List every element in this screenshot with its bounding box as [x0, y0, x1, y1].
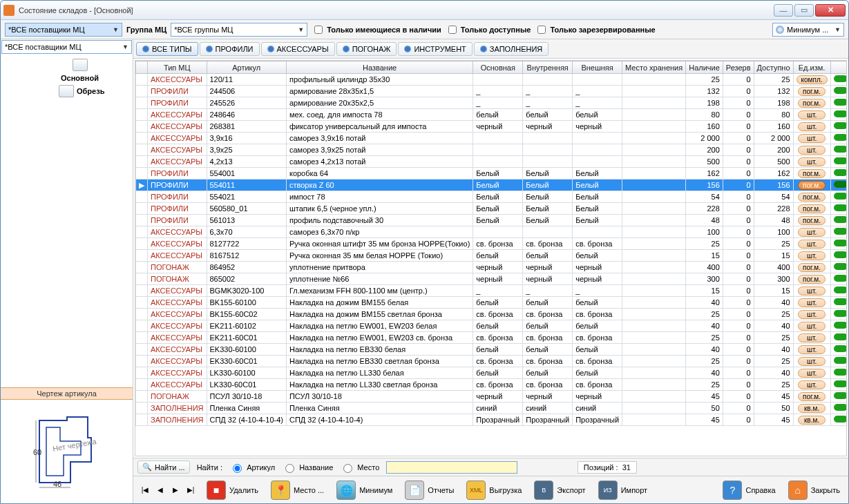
- status-dot-icon: [834, 298, 847, 305]
- supplier-combo-2[interactable]: *ВСЕ поставщики МЦ▼: [1, 40, 132, 54]
- grid-wrap[interactable]: Тип МЦАртикулНазваниеОсновнаяВнутренняяВ…: [135, 60, 847, 456]
- table-row[interactable]: ПРОФИЛИ561013профиль подставочный 30Белы…: [136, 215, 848, 226]
- table-row[interactable]: АКСЕССУАРЫ268381фиксатор универсальный д…: [136, 121, 848, 133]
- table-row[interactable]: ПРОФИЛИ554001коробка 64БелыйБелыйБелый16…: [136, 168, 848, 180]
- table-row[interactable]: АКСЕССУАРЫBK155-60C02Накладка на дожим B…: [136, 309, 848, 320]
- tab-dot-icon: [343, 46, 350, 52]
- status-dot-icon: [834, 392, 847, 399]
- place-icon: 📍: [271, 481, 290, 500]
- table-row[interactable]: АКСЕССУАРЫBK155-60100Накладка на дожим B…: [136, 297, 848, 309]
- col-10[interactable]: Доступно: [754, 61, 793, 74]
- help-button[interactable]: ?Справка: [720, 479, 778, 501]
- search-input[interactable]: [386, 461, 517, 474]
- close-window-button[interactable]: ✕: [815, 4, 846, 17]
- minimize-button[interactable]: —: [774, 4, 793, 17]
- tree-item-main[interactable]: Основной: [28, 57, 131, 84]
- table-row[interactable]: ПРОФИЛИ560580_01штапик 6,5 (черное упл.)…: [136, 203, 848, 215]
- tab-dot-icon: [480, 46, 487, 52]
- minimum-button[interactable]: 🌐Минимум: [334, 479, 395, 501]
- table-row[interactable]: АКСЕССУАРЫ120/11профильный цилиндр 35х30…: [136, 74, 848, 86]
- table-row[interactable]: АКСЕССУАРЫEK330-60100Накладка на петлю E…: [136, 344, 848, 356]
- nav-prev[interactable]: ◀: [154, 484, 166, 496]
- col-2[interactable]: Артикул: [207, 61, 286, 74]
- type-tab-4[interactable]: ИНСТРУМЕНТ: [398, 42, 472, 56]
- nav-next[interactable]: ▶: [169, 484, 182, 496]
- table-row[interactable]: АКСЕССУАРЫEK211-60102Накладка на петлю E…: [136, 320, 848, 332]
- only-available-checkbox[interactable]: Только имеющиеся в наличии: [312, 23, 441, 36]
- radio-article[interactable]: Артикул: [229, 462, 275, 473]
- radio-name[interactable]: Название: [282, 462, 333, 473]
- delete-button[interactable]: ■Удалить: [204, 479, 261, 501]
- table-row[interactable]: АКСЕССУАРЫEK330-60C01Накладка на петлю E…: [136, 356, 848, 367]
- table-row[interactable]: АКСЕССУАРЫ6,3х70саморез 6,3х70 п/кр10001…: [136, 226, 848, 238]
- type-tab-0[interactable]: ВСЕ ТИПЫ: [136, 42, 198, 56]
- stock-grid: Тип МЦАртикулНазваниеОсновнаяВнутренняяВ…: [135, 61, 847, 426]
- tree-item-scraps[interactable]: Обрезь: [56, 84, 131, 99]
- table-row[interactable]: АКСЕССУАРЫLK330-60100Накладка на петлю L…: [136, 367, 848, 379]
- type-tab-2[interactable]: АКСЕССУАРЫ: [261, 42, 335, 56]
- status-dot-icon: [834, 240, 847, 246]
- export-button[interactable]: ВЭкспорт: [531, 479, 588, 501]
- drawing-header: Чертеж артикула: [1, 387, 133, 400]
- radio-place[interactable]: Место: [340, 462, 379, 473]
- table-row[interactable]: ПОГОНАЖПСУЛ 30/10-18ПСУЛ 30/10-18черныйч…: [136, 391, 848, 403]
- type-tab-5[interactable]: ЗАПОЛНЕНИЯ: [474, 42, 549, 56]
- maximize-button[interactable]: ▭: [794, 4, 814, 17]
- table-row[interactable]: ПРОФИЛИ245526армирование 20х35х2,5___198…: [136, 97, 848, 109]
- status-dot-icon: [834, 216, 847, 223]
- help-icon: ?: [723, 481, 742, 500]
- type-tab-3[interactable]: ПОГОНАЖ: [336, 42, 397, 56]
- close-button[interactable]: ⌂Закрыть: [785, 479, 843, 501]
- col-7[interactable]: Место хранения: [622, 61, 686, 74]
- status-dot-icon: [834, 157, 847, 164]
- place-button[interactable]: 📍Место ...: [268, 479, 327, 501]
- only-reserved-checkbox[interactable]: Только зарезервированные: [535, 23, 655, 36]
- type-tab-1[interactable]: ПРОФИЛИ: [200, 42, 260, 56]
- status-dot-icon: [834, 333, 847, 340]
- status-dot-icon: [834, 99, 847, 106]
- col-3[interactable]: Название: [286, 61, 473, 74]
- col-6[interactable]: Внешняя: [573, 61, 622, 74]
- export-xml-button[interactable]: XMLВыгрузка: [464, 479, 524, 501]
- status-dot-icon: [834, 122, 847, 129]
- table-row[interactable]: АКСЕССУАРЫ4,2х13саморез 4,2х13 потай5000…: [136, 156, 848, 168]
- table-row[interactable]: АКСЕССУАРЫ3,9х25саморез 3,9х25 потай2000…: [136, 144, 848, 156]
- table-row[interactable]: ПОГОНАЖ865002уплотнение №66черныйчерныйч…: [136, 273, 848, 285]
- table-row[interactable]: АКСЕССУАРЫLK330-60C01Накладка на петлю L…: [136, 379, 848, 391]
- col-12[interactable]: [830, 61, 847, 74]
- table-row[interactable]: ▶ПРОФИЛИ554011створка Z 60БелыйБелыйБелы…: [136, 180, 848, 191]
- nav-last[interactable]: ▶|: [184, 484, 197, 496]
- table-row[interactable]: АКСЕССУАРЫ8127722Ручка оконная штифт 35 …: [136, 238, 848, 250]
- sidebar: *ВСЕ поставщики МЦ▼ Основной Обрезь Черт…: [1, 39, 133, 503]
- col-5[interactable]: Внутренняя: [523, 61, 573, 74]
- only-accessible-checkbox[interactable]: Только доступные: [446, 23, 531, 36]
- col-9[interactable]: Резерв: [723, 61, 754, 74]
- table-row[interactable]: АКСЕССУАРЫ3,9х16саморез 3,9х16 потай2 00…: [136, 133, 848, 144]
- col-8[interactable]: Наличие: [686, 61, 723, 74]
- col-1[interactable]: Тип МЦ: [148, 61, 207, 74]
- col-0[interactable]: [136, 61, 148, 74]
- import-button[interactable]: ИЗИмпорт: [595, 479, 650, 501]
- find-button[interactable]: 🔍 Найти ...: [137, 461, 190, 474]
- table-row[interactable]: АКСЕССУАРЫ248646мех. соед. для импоста 7…: [136, 109, 848, 121]
- window-title: Состояние складов - [Основной]: [19, 6, 774, 14]
- titlebar: Состояние складов - [Основной] — ▭ ✕: [1, 1, 848, 20]
- table-row[interactable]: ЗАПОЛНЕНИЯПленка СиняяПленка Синяясинийс…: [136, 403, 848, 414]
- col-11[interactable]: Ед.изм.: [793, 61, 830, 74]
- col-4[interactable]: Основная: [473, 61, 523, 74]
- table-row[interactable]: ПРОФИЛИ554021импост 78БелыйБелыйБелый540…: [136, 191, 848, 203]
- supplier-combo[interactable]: *ВСЕ поставщики МЦ▼: [5, 23, 122, 37]
- status-dot-icon: [834, 275, 847, 282]
- reports-button[interactable]: 📄Отчеты: [402, 479, 457, 501]
- group-combo[interactable]: *ВСЕ группы МЦ▼: [171, 23, 307, 37]
- nav-first[interactable]: |◀: [139, 484, 151, 496]
- table-row[interactable]: ЗАПОЛНЕНИЯСПД 32 (4-10-4-10-4)СПД 32 (4-…: [136, 414, 848, 426]
- table-row[interactable]: ПРОФИЛИ244506армирование 28х35х1,5___132…: [136, 86, 848, 97]
- table-row[interactable]: АКСЕССУАРЫBGMK3020-100Гл.механизм FFH 80…: [136, 285, 848, 297]
- profile-drawing-icon: Нет чертежа 46 60: [32, 414, 102, 490]
- table-row[interactable]: ПОГОНАЖ864952уплотнение притворачерныйче…: [136, 262, 848, 273]
- table-row[interactable]: АКСЕССУАРЫ8167512Ручка оконная 35 мм бел…: [136, 250, 848, 262]
- main-area: ВСЕ ТИПЫПРОФИЛИАКСЕССУАРЫПОГОНАЖИНСТРУМЕ…: [133, 39, 848, 503]
- minimum-combo[interactable]: Минимум ...▼: [772, 23, 844, 37]
- table-row[interactable]: АКСЕССУАРЫEK211-60C01Накладка на петлю E…: [136, 332, 848, 344]
